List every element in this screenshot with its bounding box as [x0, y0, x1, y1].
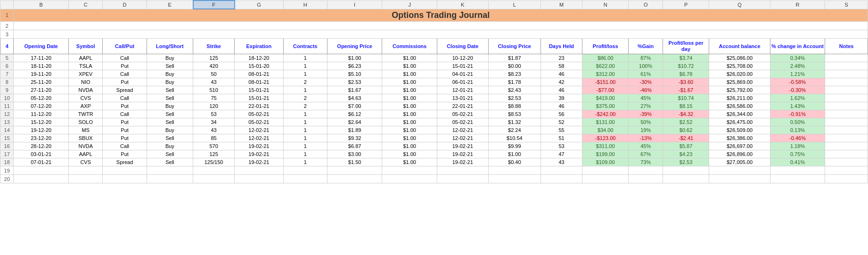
- call-put[interactable]: Put: [103, 62, 147, 70]
- col-header-o[interactable]: O: [629, 0, 663, 9]
- call-put[interactable]: Call: [103, 94, 147, 102]
- closing-date[interactable]: 10-12-20: [437, 54, 488, 62]
- profit-loss[interactable]: $375.00: [582, 102, 629, 110]
- col-header-q[interactable]: Q: [709, 0, 770, 9]
- expiration[interactable]: 05-02-21: [235, 110, 284, 118]
- call-put[interactable]: Call: [103, 70, 147, 78]
- profit-loss[interactable]: $109.00: [582, 158, 629, 166]
- opening-price[interactable]: $6.87: [327, 142, 382, 150]
- opening-price[interactable]: $1.00: [327, 54, 382, 62]
- col-header-l[interactable]: L: [488, 0, 540, 9]
- closing-price[interactable]: $2.24: [488, 126, 540, 134]
- profit-loss[interactable]: $199.00: [582, 150, 629, 158]
- opening-date[interactable]: 19-12-20: [14, 126, 69, 134]
- long-short[interactable]: Sell: [147, 158, 193, 166]
- profit-loss[interactable]: -$242.00: [582, 110, 629, 118]
- long-short[interactable]: Sell: [147, 94, 193, 102]
- pct-gain[interactable]: -13%: [629, 134, 663, 142]
- profit-per-day[interactable]: -$4.32: [663, 110, 709, 118]
- table-row[interactable]: 14 19-12-20 MS Put Buy 43 12-02-21 1 $1.…: [0, 126, 868, 134]
- symbol[interactable]: NVDA: [68, 86, 103, 94]
- days-held[interactable]: 46: [540, 86, 582, 94]
- expiration[interactable]: 15-01-20: [235, 62, 284, 70]
- pct-gain[interactable]: 19%: [629, 126, 663, 134]
- opening-date[interactable]: 18-11-20: [14, 62, 69, 70]
- strike[interactable]: 420: [193, 62, 235, 70]
- account-balance[interactable]: $25,869.00: [709, 78, 770, 86]
- expiration[interactable]: 12-02-21: [235, 126, 284, 134]
- symbol[interactable]: CVS: [68, 94, 103, 102]
- opening-price[interactable]: $9.32: [327, 134, 382, 142]
- closing-date[interactable]: 19-02-21: [437, 158, 488, 166]
- expiration[interactable]: 08-01-21: [235, 70, 284, 78]
- notes[interactable]: [825, 94, 868, 102]
- notes[interactable]: [825, 126, 868, 134]
- long-short[interactable]: Buy: [147, 142, 193, 150]
- opening-price[interactable]: $6.12: [327, 110, 382, 118]
- pct-gain[interactable]: 27%: [629, 102, 663, 110]
- days-held[interactable]: 23: [540, 54, 582, 62]
- expiration[interactable]: 08-01-21: [235, 78, 284, 86]
- symbol[interactable]: TSLA: [68, 62, 103, 70]
- table-row[interactable]: 17 03-01-21 AAPL Put Sell 125 19-02-21 1…: [0, 150, 868, 158]
- call-put[interactable]: Call: [103, 142, 147, 150]
- closing-price[interactable]: $1.32: [488, 118, 540, 126]
- account-balance[interactable]: $25,792.00: [709, 86, 770, 94]
- pct-change-account[interactable]: 1.21%: [770, 70, 825, 78]
- commissions[interactable]: $1.00: [382, 54, 437, 62]
- pct-gain[interactable]: -46%: [629, 86, 663, 94]
- profit-per-day[interactable]: -$2.41: [663, 134, 709, 142]
- pct-change-account[interactable]: 0.75%: [770, 150, 825, 158]
- opening-date[interactable]: 19-11-20: [14, 70, 69, 78]
- long-short[interactable]: Buy: [147, 70, 193, 78]
- pct-change-account[interactable]: 0.13%: [770, 126, 825, 134]
- col-header-r[interactable]: R: [770, 0, 825, 9]
- opening-price[interactable]: $3.00: [327, 150, 382, 158]
- strike[interactable]: 125: [193, 150, 235, 158]
- pct-change-account[interactable]: 2.48%: [770, 62, 825, 70]
- profit-per-day[interactable]: $5.87: [663, 142, 709, 150]
- profit-loss[interactable]: $312.00: [582, 70, 629, 78]
- commissions[interactable]: $1.00: [382, 126, 437, 134]
- opening-date[interactable]: 28-12-20: [14, 142, 69, 150]
- call-put[interactable]: Put: [103, 150, 147, 158]
- contracts[interactable]: 1: [283, 70, 327, 78]
- strike[interactable]: 85: [193, 134, 235, 142]
- col-header-s[interactable]: S: [825, 0, 868, 9]
- closing-date[interactable]: 22-01-21: [437, 102, 488, 110]
- account-balance[interactable]: $26,211.00: [709, 94, 770, 102]
- opening-price[interactable]: $2.53: [327, 78, 382, 86]
- closing-date[interactable]: 12-02-21: [437, 134, 488, 142]
- long-short[interactable]: Sell: [147, 134, 193, 142]
- notes[interactable]: [825, 78, 868, 86]
- contracts[interactable]: 1: [283, 158, 327, 166]
- expiration[interactable]: 22-01-21: [235, 102, 284, 110]
- long-short[interactable]: Sell: [147, 86, 193, 94]
- commissions[interactable]: $1.00: [382, 78, 437, 86]
- table-row[interactable]: 6 18-11-20 TSLA Put Sell 420 15-01-20 1 …: [0, 62, 868, 70]
- closing-date[interactable]: 05-02-21: [437, 110, 488, 118]
- call-put[interactable]: Put: [103, 134, 147, 142]
- closing-date[interactable]: 12-01-21: [437, 86, 488, 94]
- opening-price[interactable]: $1.50: [327, 158, 382, 166]
- days-held[interactable]: 52: [540, 118, 582, 126]
- days-held[interactable]: 42: [540, 78, 582, 86]
- closing-price[interactable]: $8.23: [488, 70, 540, 78]
- closing-date[interactable]: 13-01-21: [437, 94, 488, 102]
- profit-loss[interactable]: $622.00: [582, 62, 629, 70]
- profit-per-day[interactable]: -$3.60: [663, 78, 709, 86]
- strike[interactable]: 75: [193, 94, 235, 102]
- pct-gain[interactable]: 61%: [629, 70, 663, 78]
- strike[interactable]: 34: [193, 118, 235, 126]
- expiration[interactable]: 05-02-21: [235, 118, 284, 126]
- pct-gain[interactable]: -30%: [629, 78, 663, 86]
- profit-loss[interactable]: $86.00: [582, 54, 629, 62]
- col-header-f[interactable]: F: [193, 0, 235, 9]
- col-header-p[interactable]: P: [663, 0, 709, 9]
- contracts[interactable]: 2: [283, 102, 327, 110]
- table-row[interactable]: 7 19-11-20 XPEV Call Buy 50 08-01-21 1 $…: [0, 70, 868, 78]
- opening-date[interactable]: 05-12-20: [14, 94, 69, 102]
- symbol[interactable]: AXP: [68, 102, 103, 110]
- call-put[interactable]: Spread: [103, 86, 147, 94]
- contracts[interactable]: 1: [283, 54, 327, 62]
